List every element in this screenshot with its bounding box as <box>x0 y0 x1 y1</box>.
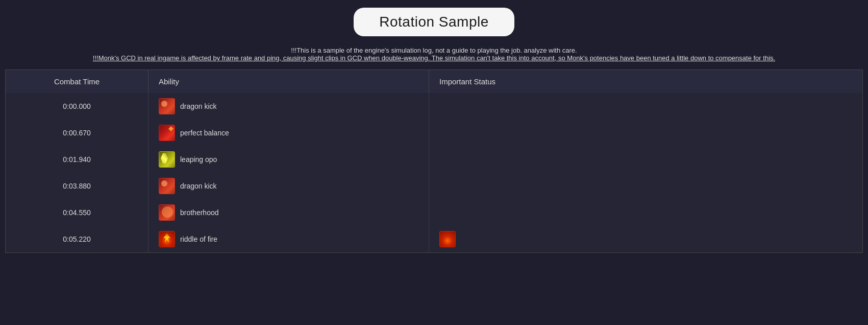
table-row: 0:04.550brotherhood <box>6 199 862 226</box>
time-cell: 0:03.880 <box>6 173 148 199</box>
ability-cell: leaping opo <box>148 146 429 173</box>
status-icon <box>439 231 456 247</box>
time-cell: 0:00.000 <box>6 93 148 120</box>
title-container: Rotation Sample <box>5 8 863 36</box>
table-wrapper[interactable]: Combat Time Ability Important Status 0:0… <box>5 69 863 253</box>
ability-cell: perfect balance <box>148 120 429 146</box>
warning-line-2: !!!Monk's GCD in real ingame is affected… <box>5 54 863 62</box>
ability-cell: dragon kick <box>148 93 429 120</box>
ability-icon <box>159 98 175 114</box>
ability-cell: riddle of fire <box>148 226 429 252</box>
page-title: Rotation Sample <box>354 8 514 36</box>
ability-name: riddle of fire <box>180 235 217 243</box>
ability-name: brotherhood <box>180 208 219 217</box>
status-cell <box>429 146 862 173</box>
ability-icon <box>159 151 175 168</box>
time-cell: 0:00.670 <box>6 120 148 146</box>
table-row: 0:03.880dragon kick <box>6 173 862 199</box>
ability-name: dragon kick <box>180 182 217 190</box>
status-cell <box>429 226 862 252</box>
header-time: Combat Time <box>6 70 148 93</box>
time-cell: 0:05.220 <box>6 226 148 252</box>
ability-icon <box>159 204 175 221</box>
warning-line-1: !!!This is a sample of the engine's simu… <box>5 47 863 54</box>
rotation-table: Combat Time Ability Important Status 0:0… <box>6 70 862 252</box>
table-header-row: Combat Time Ability Important Status <box>6 70 862 93</box>
warnings-section: !!!This is a sample of the engine's simu… <box>5 47 863 62</box>
table-row: 0:00.000dragon kick <box>6 93 862 120</box>
table-row: 0:00.670perfect balance <box>6 120 862 146</box>
time-cell: 0:04.550 <box>6 199 148 226</box>
ability-cell: dragon kick <box>148 173 429 199</box>
header-status: Important Status <box>429 70 862 93</box>
status-cell <box>429 173 862 199</box>
ability-name: perfect balance <box>180 129 229 137</box>
ability-icon <box>159 125 175 141</box>
ability-name: leaping opo <box>180 155 217 164</box>
status-cell <box>429 120 862 146</box>
page-container: Rotation Sample !!!This is a sample of t… <box>0 0 868 261</box>
table-row: 0:01.940leaping opo <box>6 146 862 173</box>
header-ability: Ability <box>148 70 429 93</box>
ability-icon <box>159 178 175 194</box>
ability-cell: brotherhood <box>148 199 429 226</box>
ability-name: dragon kick <box>180 102 217 110</box>
ability-icon <box>159 231 175 247</box>
status-cell <box>429 93 862 120</box>
time-cell: 0:01.940 <box>6 146 148 173</box>
table-row: 0:05.220riddle of fire <box>6 226 862 252</box>
status-cell <box>429 199 862 226</box>
